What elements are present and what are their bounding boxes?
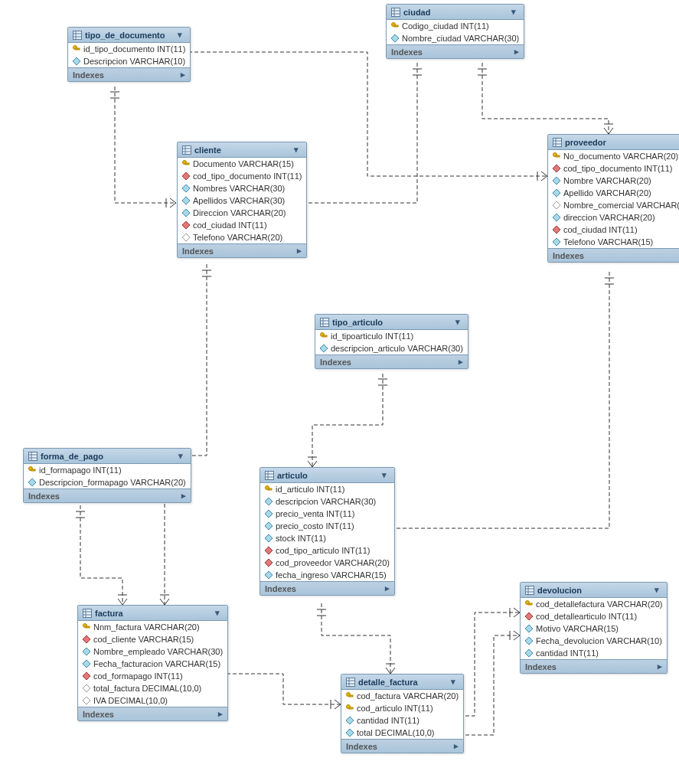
attribute-icon xyxy=(525,649,533,657)
column-text: cod_tipo_articulo INT(11) xyxy=(276,546,371,555)
entity-title: factura xyxy=(95,609,212,618)
expand-icon[interactable]: ▸ xyxy=(181,491,186,501)
column-text: cod_tipo_documento INT(11) xyxy=(563,164,672,173)
column: cod_tipo_documento INT(11) xyxy=(548,162,679,175)
svg-rect-124 xyxy=(347,678,355,686)
entity-tipo_articulo[interactable]: tipo_articulo▾id_tipoarticulo INT(11)des… xyxy=(315,314,468,369)
column: cod_proveedor VARCHAR(20) xyxy=(260,557,394,569)
attribute-icon xyxy=(83,660,90,668)
indexes-row[interactable]: Indexes▸ xyxy=(68,67,190,81)
attribute-icon xyxy=(265,498,273,505)
indexes-label: Indexes xyxy=(73,70,104,80)
primary-key-icon xyxy=(346,692,354,700)
primary-key-icon xyxy=(320,332,328,340)
svg-rect-94 xyxy=(268,488,272,490)
entity-header[interactable]: forma_de_pago▾ xyxy=(24,449,191,464)
expand-icon[interactable]: ▸ xyxy=(454,741,459,751)
entity-header[interactable]: tipo_articulo▾ xyxy=(315,315,468,330)
column-text: id_formapago INT(11) xyxy=(39,466,122,475)
column-text: cantidad INT(11) xyxy=(357,716,419,725)
svg-rect-131 xyxy=(349,707,353,709)
expand-icon[interactable]: ▸ xyxy=(297,246,302,256)
column-text: cod_formapago INT(11) xyxy=(93,671,183,681)
entity-header[interactable]: detalle_factura▾ xyxy=(341,675,463,690)
collapse-icon[interactable]: ▾ xyxy=(294,145,302,155)
attribute-icon xyxy=(182,197,190,204)
entity-devolucion[interactable]: devolucion▾cod_detallefactura VARCHAR(20… xyxy=(520,582,668,674)
entity-tipo_de_documento[interactable]: tipo_de_documento▾id_tipo_documento INT(… xyxy=(67,27,191,82)
expand-icon[interactable]: ▸ xyxy=(385,583,390,593)
entity-title: ciudad xyxy=(403,8,508,17)
indexes-row[interactable]: Indexes▸ xyxy=(178,243,306,257)
svg-marker-70 xyxy=(553,189,560,197)
svg-marker-111 xyxy=(525,649,533,657)
column-text: Nombre_empleado VARCHAR(30) xyxy=(93,647,223,656)
expand-icon[interactable]: ▸ xyxy=(218,709,223,719)
entity-title: devolucion xyxy=(537,586,651,595)
entity-header[interactable]: tipo_de_documento▾ xyxy=(68,28,190,43)
entity-cliente[interactable]: cliente▾Documento VARCHAR(15)cod_tipo_do… xyxy=(177,142,307,258)
column: direccion VARCHAR(20) xyxy=(548,211,679,224)
entity-articulo[interactable]: articulo▾id_articulo INT(11)descripcion … xyxy=(260,467,395,596)
column-text: cod_ciudad INT(11) xyxy=(563,225,638,234)
entity-header[interactable]: articulo▾ xyxy=(260,468,394,483)
entity-header[interactable]: devolucion▾ xyxy=(521,583,667,598)
table-icon xyxy=(346,678,355,687)
column-text: Fecha_facturacion VARCHAR(15) xyxy=(93,659,220,668)
collapse-icon[interactable]: ▾ xyxy=(178,30,185,40)
expand-icon[interactable]: ▸ xyxy=(514,47,519,57)
table-icon xyxy=(525,586,534,595)
column-text: cod_tipo_documento INT(11) xyxy=(193,172,302,181)
column: Fecha_devolucion VARCHAR(10) xyxy=(521,635,667,647)
column: cod_tipo_articulo INT(11) xyxy=(260,544,394,557)
entity-header[interactable]: ciudad▾ xyxy=(387,5,524,20)
collapse-icon[interactable]: ▾ xyxy=(655,585,662,595)
expand-icon[interactable]: ▸ xyxy=(459,357,463,367)
entity-header[interactable]: cliente▾ xyxy=(178,142,306,158)
expand-icon[interactable]: ▸ xyxy=(658,662,662,671)
entity-header[interactable]: factura▾ xyxy=(78,606,227,621)
entity-title: tipo_de_documento xyxy=(85,31,175,40)
expand-icon[interactable]: ▸ xyxy=(181,70,185,80)
entity-factura[interactable]: factura▾Nnm_factura VARCHAR(20)cod_clien… xyxy=(77,605,228,721)
entity-header[interactable]: proveedor▾ xyxy=(548,135,679,150)
indexes-label: Indexes xyxy=(553,251,584,260)
attribute-icon xyxy=(73,57,80,65)
collapse-icon[interactable]: ▾ xyxy=(382,470,390,480)
entity-proveedor[interactable]: proveedor▾No_documento VARCHAR(20)cod_ti… xyxy=(547,134,679,263)
collapse-icon[interactable]: ▾ xyxy=(178,451,186,461)
svg-marker-72 xyxy=(553,214,560,221)
indexes-row[interactable]: Indexes▸ xyxy=(521,659,667,673)
indexes-row[interactable]: Indexes▸ xyxy=(341,739,463,753)
entity-forma_de_pago[interactable]: forma_de_pago▾id_formapago INT(11)Descri… xyxy=(23,448,191,503)
indexes-label: Indexes xyxy=(83,710,114,719)
entity-detalle_factura[interactable]: detalle_factura▾cod_factura VARCHAR(20)c… xyxy=(341,674,464,753)
column: descripcion VARCHAR(30) xyxy=(260,495,394,508)
collapse-icon[interactable]: ▾ xyxy=(215,608,223,618)
attribute-icon xyxy=(83,697,90,704)
attribute-icon xyxy=(391,34,399,42)
table-icon xyxy=(28,452,38,461)
collapse-icon[interactable]: ▾ xyxy=(511,7,519,17)
indexes-row[interactable]: Indexes▸ xyxy=(315,354,468,368)
indexes-row[interactable]: Indexes▸ xyxy=(387,44,524,58)
column: cantidad INT(11) xyxy=(341,714,463,727)
column-text: Codigo_ciudad INT(11) xyxy=(402,21,489,31)
indexes-row[interactable]: Indexes▸ xyxy=(260,581,394,595)
table-icon xyxy=(391,8,400,17)
indexes-row[interactable]: Indexes▸ xyxy=(548,248,679,262)
column: Apellido VARCHAR(20) xyxy=(548,187,679,199)
collapse-icon[interactable]: ▾ xyxy=(455,317,463,327)
entity-title: forma_de_pago xyxy=(41,452,175,461)
collapse-icon[interactable]: ▾ xyxy=(451,677,459,687)
attribute-icon xyxy=(182,185,190,192)
column-text: precio_venta INT(11) xyxy=(276,509,354,518)
indexes-row[interactable]: Indexes▸ xyxy=(24,488,191,502)
entity-ciudad[interactable]: ciudad▾Codigo_ciudad INT(11)Nombre_ciuda… xyxy=(386,4,524,59)
attribute-icon xyxy=(182,209,190,217)
primary-key-icon xyxy=(28,466,36,474)
svg-marker-133 xyxy=(346,729,354,737)
indexes-row[interactable]: Indexes▸ xyxy=(78,707,227,720)
column: Apellidos VARCHAR(30) xyxy=(178,194,306,207)
column-text: Direccion VARCHAR(20) xyxy=(193,208,286,217)
